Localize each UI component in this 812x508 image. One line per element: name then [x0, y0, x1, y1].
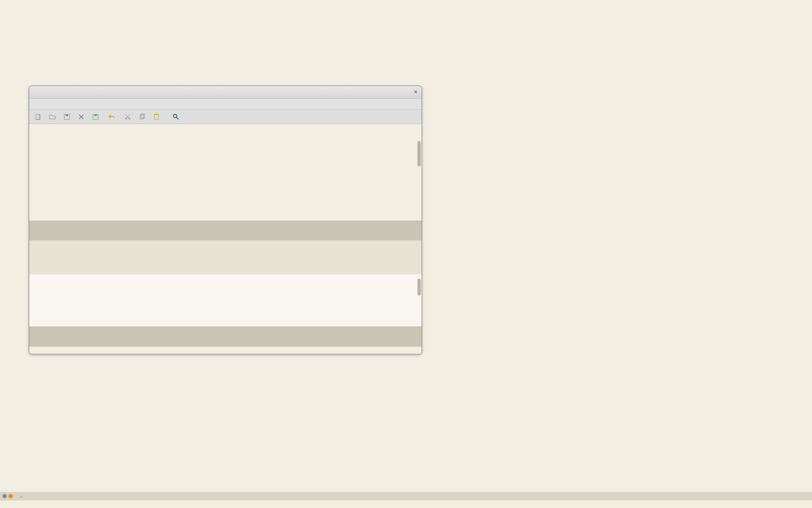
copy-icon[interactable] [138, 113, 146, 121]
svg-point-11 [173, 114, 177, 118]
back-icon[interactable]: ◂ [16, 493, 26, 500]
code-pane[interactable] [29, 124, 422, 221]
status-dot [3, 494, 7, 498]
titlebar[interactable]: × [29, 86, 422, 99]
paste-icon[interactable] [153, 113, 160, 121]
info-pane[interactable] [29, 274, 422, 326]
undo-icon [108, 113, 115, 121]
save-button[interactable] [92, 113, 101, 121]
svg-rect-2 [66, 114, 68, 116]
save-icon [92, 113, 99, 121]
save-disk-icon[interactable] [63, 113, 71, 121]
menubar[interactable] [29, 99, 422, 110]
modeline-info-pane[interactable] [29, 326, 422, 346]
inner-emacs-window: × [29, 86, 422, 354]
echo-area[interactable] [29, 346, 422, 354]
status-dot-modified [8, 494, 13, 498]
modeline-code-pane[interactable] [29, 221, 422, 240]
close-buffer-icon[interactable] [77, 113, 85, 121]
scrollbar[interactable] [417, 141, 421, 166]
outer-modeline[interactable]: ◂ [0, 492, 812, 500]
new-file-icon[interactable] [34, 113, 42, 121]
editor-root: × [0, 0, 812, 508]
svg-rect-10 [156, 114, 157, 115]
info-nav [29, 240, 422, 274]
toolbar[interactable] [29, 110, 422, 124]
open-file-icon[interactable] [49, 113, 56, 121]
close-icon[interactable]: × [414, 88, 417, 95]
svg-rect-4 [94, 114, 97, 116]
search-icon[interactable] [172, 113, 180, 121]
scrollbar[interactable] [417, 279, 421, 295]
undo-button[interactable] [108, 113, 117, 121]
cut-icon[interactable] [124, 113, 132, 121]
which-key-bar[interactable] [0, 500, 812, 508]
svg-rect-0 [36, 114, 39, 119]
